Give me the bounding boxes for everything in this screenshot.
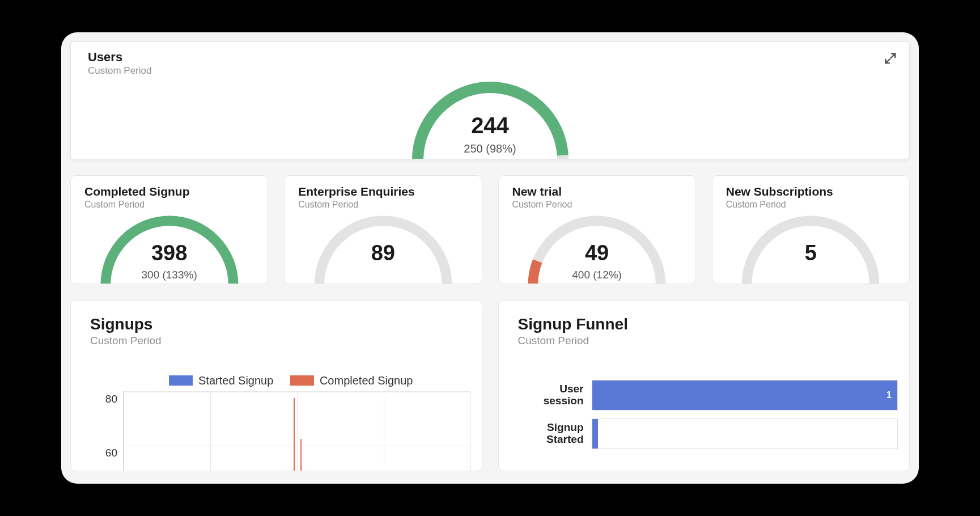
- y-axis: 80 60: [98, 391, 121, 471]
- card-users: Users Custom Period 244 250 (98%): [70, 41, 910, 159]
- gauge-detail: 400 (12%): [512, 269, 682, 281]
- card-subtitle: Custom Period: [512, 200, 682, 210]
- card-subtitle: Custom Period: [84, 200, 254, 210]
- dashboard-viewport: Users Custom Period 244 250 (98%) Comple…: [61, 32, 919, 484]
- gauge-enterprise-enquiries: 89: [298, 210, 468, 284]
- card-title: New Subscriptions: [726, 185, 896, 198]
- card-enterprise-enquiries: Enterprise Enquiries Custom Period 89: [284, 175, 482, 284]
- card-new-subscriptions: New Subscriptions Custom Period 5: [712, 175, 910, 284]
- card-completed-signup: Completed Signup Custom Period 398 300 (…: [70, 175, 268, 284]
- gauge-new-trial: 49 400 (12%): [512, 210, 682, 284]
- funnel-track: [592, 418, 898, 449]
- funnel-row-signup-started: Signup Started: [518, 418, 898, 449]
- card-funnel-title: Signup Funnel: [518, 315, 890, 333]
- legend-swatch-completed: [290, 375, 314, 386]
- card-title: New trial: [512, 185, 682, 198]
- card-signup-funnel: Signup Funnel Custom Period User session…: [498, 300, 910, 471]
- data-spike: [294, 398, 295, 471]
- legend-label-completed: Completed Signup: [320, 374, 413, 387]
- legend-label-started: Started Signup: [198, 374, 273, 387]
- card-new-trial: New trial Custom Period 49 400 (12%): [498, 175, 696, 284]
- signups-legend: Started Signup Completed Signup: [98, 374, 470, 387]
- funnel-track: 1: [592, 380, 898, 411]
- card-title: Completed Signup: [84, 185, 254, 198]
- card-signups: Signups Custom Period Started Signup Com…: [70, 300, 482, 471]
- gauge-value: 49: [512, 241, 682, 265]
- gauge-users-detail: 250 (98%): [405, 142, 575, 155]
- y-tick: 80: [105, 393, 117, 405]
- card-signups-subtitle: Custom Period: [90, 335, 463, 347]
- card-subtitle: Custom Period: [298, 200, 468, 210]
- gauge-value: 89: [298, 241, 468, 265]
- card-title: Enterprise Enquiries: [298, 185, 468, 198]
- signups-chart: Started Signup Completed Signup 80 60: [98, 374, 470, 471]
- data-spike: [300, 439, 302, 471]
- gauge-completed-signup: 398 300 (133%): [84, 210, 254, 284]
- funnel-chart: User session 1 Signup Started: [518, 380, 898, 471]
- card-subtitle: Custom Period: [726, 200, 896, 210]
- funnel-row-user-session: User session 1: [518, 380, 898, 411]
- funnel-bar-value: 1: [886, 390, 892, 400]
- funnel-bar: [592, 419, 598, 449]
- expand-icon[interactable]: [884, 52, 897, 65]
- funnel-label: User session: [518, 383, 592, 407]
- plot-area: [123, 391, 470, 471]
- gauge-detail: 300 (133%): [84, 269, 254, 281]
- gauge-value: 5: [726, 241, 896, 265]
- card-funnel-subtitle: Custom Period: [518, 335, 890, 347]
- card-users-title: Users: [88, 50, 892, 64]
- funnel-label: Signup Started: [518, 422, 592, 446]
- card-signups-title: Signups: [90, 315, 463, 333]
- gauge-users: 244 250 (98%): [405, 75, 575, 159]
- gauge-value: 398: [84, 241, 254, 265]
- y-tick: 60: [105, 447, 117, 459]
- funnel-bar: 1: [592, 380, 898, 410]
- gauge-new-subscriptions: 5: [726, 210, 896, 284]
- gauge-users-value: 244: [405, 113, 575, 138]
- legend-swatch-started: [169, 375, 193, 386]
